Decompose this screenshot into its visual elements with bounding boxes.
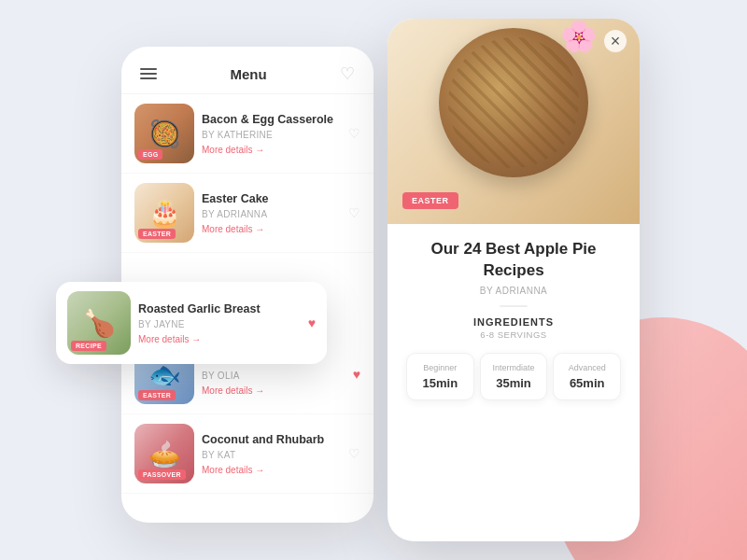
heart-icon[interactable]: ♡ xyxy=(348,126,360,141)
close-button[interactable]: × xyxy=(604,30,627,52)
recipe-info: Coconut and Rhubarb By KAT More details … xyxy=(202,432,341,474)
more-details-link[interactable]: More details → xyxy=(138,334,301,344)
heart-icon[interactable]: ♡ xyxy=(348,446,360,461)
recipe-author: By KATHERINE xyxy=(202,130,341,140)
recipe-author: By KAT xyxy=(202,450,341,460)
heart-icon[interactable]: ♥ xyxy=(353,367,360,382)
difficulty-card-advanced: Advanced 65min xyxy=(553,353,621,400)
recipe-tag: RECIPE xyxy=(71,341,106,351)
recipe-tag: EASTER xyxy=(138,229,176,239)
ingredients-section: INGREDIENTS 6-8 SERVINGS xyxy=(406,316,621,340)
difficulty-level: Advanced xyxy=(559,363,614,372)
recipe-thumbnail: EASTER xyxy=(134,183,194,243)
recipe-thumbnail: EGG xyxy=(134,104,194,163)
difficulty-card-intermediate: Intermdiate 35min xyxy=(480,353,548,400)
recipe-info: Roasted Garlic Breast By JAYNE More deta… xyxy=(138,301,301,343)
phone-header: Menu ♡ xyxy=(121,47,374,94)
recipe-author: By ADRIANNA xyxy=(406,286,621,296)
category-badge: EASTER xyxy=(402,192,458,209)
difficulty-time: 35min xyxy=(486,376,542,390)
difficulty-row: Beginner 15min Intermdiate 35min Advance… xyxy=(406,353,621,400)
recipe-thumbnail: PASSOVER xyxy=(134,424,194,483)
right-phone: × EASTER Our 24 Best Apple Pie Recipes B… xyxy=(388,19,640,541)
pie-image xyxy=(439,28,588,177)
recipe-title: Our 24 Best Apple Pie Recipes xyxy=(406,239,621,282)
recipe-hero-image: × EASTER xyxy=(388,19,640,224)
recipe-author: By ADRIANNA xyxy=(202,209,341,219)
recipe-name: Bacon & Egg Casserole xyxy=(202,112,341,127)
header-heart-icon[interactable]: ♡ xyxy=(340,63,355,84)
heart-icon[interactable]: ♡ xyxy=(348,205,360,220)
ingredients-label: INGREDIENTS xyxy=(406,316,621,328)
list-item[interactable]: EGG Bacon & Egg Casserole By KATHERINE M… xyxy=(121,94,374,174)
recipe-name: Roasted Garlic Breast xyxy=(138,301,301,316)
more-details-link[interactable]: More details → xyxy=(202,224,341,234)
recipe-tag: EASTER xyxy=(138,390,176,400)
hamburger-icon[interactable] xyxy=(140,68,157,79)
heart-icon[interactable]: ♥ xyxy=(308,315,316,330)
more-details-link[interactable]: More details → xyxy=(202,385,345,396)
recipe-name: Easter Cake xyxy=(202,191,341,206)
more-details-link[interactable]: More details → xyxy=(202,465,341,475)
recipe-name: Coconut and Rhubarb xyxy=(202,432,341,447)
difficulty-level: Intermdiate xyxy=(486,363,542,372)
recipe-author: By OLIA xyxy=(202,371,345,381)
difficulty-level: Beginner xyxy=(413,363,468,372)
recipe-tag: PASSOVER xyxy=(138,469,186,480)
recipe-author: By JAYNE xyxy=(138,319,301,329)
difficulty-card-beginner: Beginner 15min xyxy=(406,353,474,400)
recipe-tag: EGG xyxy=(138,149,162,160)
list-item[interactable]: PASSOVER Coconut and Rhubarb By KAT More… xyxy=(121,414,374,494)
recipe-detail-content: Our 24 Best Apple Pie Recipes By ADRIANN… xyxy=(388,224,640,415)
recipe-info: Easter Cake By ADRIANNA More details → xyxy=(202,191,341,233)
list-item[interactable]: EASTER Easter Cake By ADRIANNA More deta… xyxy=(121,174,374,253)
menu-title: Menu xyxy=(230,66,266,82)
difficulty-time: 15min xyxy=(413,376,468,390)
difficulty-time: 65min xyxy=(559,376,614,390)
divider xyxy=(500,305,528,307)
recipe-thumbnail: RECIPE xyxy=(67,291,131,355)
servings-label: 6-8 SERVINGS xyxy=(406,329,621,340)
more-details-link[interactable]: More details → xyxy=(202,145,341,155)
floating-recipe-card[interactable]: RECIPE Roasted Garlic Breast By JAYNE Mo… xyxy=(56,282,327,364)
recipe-info: Bacon & Egg Casserole By KATHERINE More … xyxy=(202,112,341,154)
